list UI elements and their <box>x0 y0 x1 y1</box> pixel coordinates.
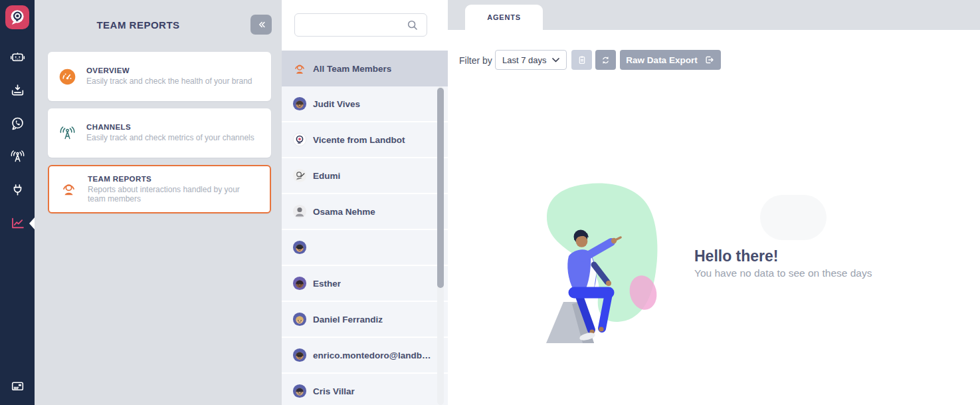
team-member-row[interactable]: Judit Vives <box>282 86 448 122</box>
whatsapp-icon[interactable] <box>9 114 26 132</box>
nav-rail <box>0 0 35 405</box>
clipboard-icon <box>577 55 587 65</box>
broadcast-antenna-icon[interactable] <box>9 148 26 165</box>
raw-data-export-label: Raw Data Export <box>626 55 697 65</box>
member-search-box <box>294 13 427 37</box>
member-name: Edumi <box>313 171 340 181</box>
member-avatar <box>292 348 307 362</box>
member-name: Judit Vives <box>313 99 360 109</box>
empty-state-illustration <box>538 178 672 346</box>
billing-card-icon[interactable] <box>9 377 26 394</box>
main-content: AGENTS Filter by Last 7 days <box>448 0 980 405</box>
card-title: CHANNELS <box>86 123 254 131</box>
copy-report-button-disabled[interactable] <box>571 50 592 70</box>
tab-agents[interactable]: AGENTS <box>465 5 543 30</box>
antenna-icon <box>58 124 76 142</box>
card-title: TEAM REPORTS <box>88 175 259 183</box>
sidebar-title: TEAM REPORTS <box>35 19 242 31</box>
card-title: OVERVIEW <box>86 67 252 74</box>
member-name: Vicente from Landbot <box>313 135 405 145</box>
analytics-chart-icon[interactable] <box>9 214 26 231</box>
filter-by-label: Filter by <box>459 55 492 66</box>
report-card-team-reports-selected[interactable]: TEAM REPORTS Reports about interactions … <box>48 165 271 213</box>
bot-builder-robot-icon[interactable] <box>9 48 26 65</box>
decorative-blob <box>760 195 827 240</box>
team-member-row[interactable]: Cris Villar <box>282 374 448 405</box>
all-team-members-icon <box>292 61 307 76</box>
card-description: Easily track and check metrics of your c… <box>86 134 254 143</box>
raw-data-export-button[interactable]: Raw Data Export <box>620 50 721 70</box>
member-name: All Team Members <box>313 64 391 74</box>
refresh-icon <box>600 55 611 66</box>
team-member-row[interactable] <box>282 230 448 266</box>
card-description: Reports about interactions handled by yo… <box>88 186 259 204</box>
member-avatar <box>292 240 307 255</box>
landbot-logo-icon <box>8 8 27 27</box>
tab-label: AGENTS <box>487 13 521 21</box>
chevron-double-left-icon <box>255 19 267 31</box>
search-icon <box>405 18 420 35</box>
member-name: Daniel Ferrandiz <box>313 315 383 325</box>
export-icon <box>703 54 715 66</box>
inbox-tray-icon[interactable] <box>9 81 26 98</box>
tab-strip: AGENTS <box>448 0 980 30</box>
team-member-row[interactable]: Daniel Ferrandiz <box>282 302 448 338</box>
member-avatar <box>292 384 307 398</box>
report-card-overview[interactable]: OVERVIEW Easily track and check the heal… <box>48 52 271 101</box>
team-member-list: All Team MembersJudit VivesVicente from … <box>282 51 448 405</box>
team-member-row[interactable]: Edumi <box>282 158 448 194</box>
scrollbar-thumb[interactable] <box>437 88 444 288</box>
team-member-row[interactable]: Vicente from Landbot <box>282 122 448 158</box>
empty-state-title: Hello there! <box>694 247 779 265</box>
collapse-sidebar-button[interactable] <box>250 15 272 35</box>
member-name: Osama Nehme <box>313 207 375 217</box>
integrations-plug-icon[interactable] <box>9 181 26 198</box>
empty-state-subtitle: You have no data to see on these days <box>694 267 872 279</box>
member-name: Cris Villar <box>313 386 355 396</box>
app-window: TEAM REPORTS OVERVIEW <box>0 0 980 405</box>
member-search-input[interactable] <box>302 14 405 36</box>
date-range-select[interactable]: Last 7 days <box>495 50 567 70</box>
team-member-row[interactable]: Esther <box>282 266 448 302</box>
team-members-panel: All Team MembersJudit VivesVicente from … <box>282 0 448 405</box>
agent-icon <box>60 180 78 198</box>
team-member-row[interactable]: enrico.montedoro@landb… <box>282 338 448 374</box>
active-nav-indicator <box>29 217 35 229</box>
refresh-button[interactable] <box>595 50 616 70</box>
reports-sidebar: TEAM REPORTS OVERVIEW <box>35 0 282 405</box>
report-card-channels[interactable]: CHANNELS Easily track and check metrics … <box>48 108 271 158</box>
member-avatar <box>292 132 307 147</box>
member-avatar <box>292 276 307 291</box>
member-name: enrico.montedoro@landb… <box>313 350 431 360</box>
chevron-down-icon <box>552 58 559 63</box>
member-avatar <box>292 168 307 183</box>
member-name: Esther <box>313 279 341 289</box>
member-avatar <box>292 96 307 111</box>
card-description: Easily track and check the health of you… <box>86 77 252 86</box>
member-avatar <box>292 312 307 327</box>
landbot-logo[interactable] <box>5 5 29 29</box>
date-range-value: Last 7 days <box>502 55 552 65</box>
member-avatar <box>292 204 307 219</box>
gauge-icon <box>58 68 76 86</box>
team-member-row[interactable]: Osama Nehme <box>282 194 448 230</box>
team-member-row-selected[interactable]: All Team Members <box>282 51 448 86</box>
